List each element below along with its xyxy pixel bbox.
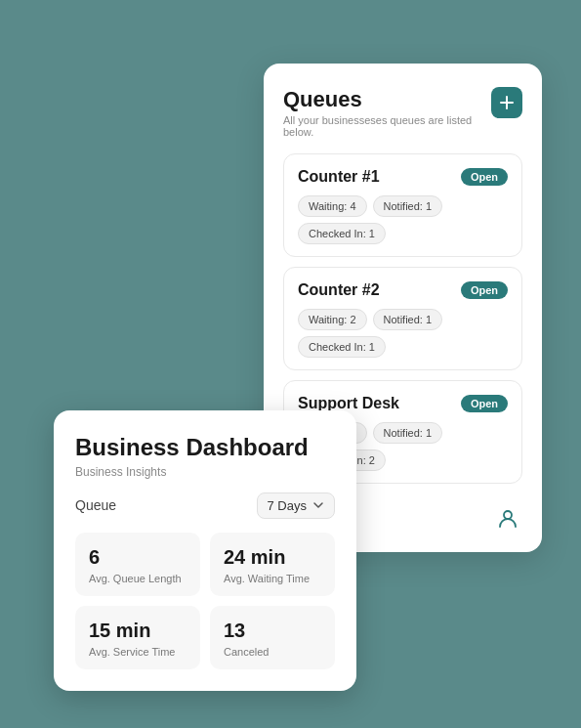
metric-tile: 6Avg. Queue Length <box>75 533 200 596</box>
user-icon[interactable] <box>493 503 522 533</box>
stat-pill: Notified: 1 <box>373 309 443 330</box>
metric-label: Canceled <box>224 646 321 658</box>
queue-label: Queue <box>75 497 116 513</box>
open-badge: Open <box>461 395 508 412</box>
queue-item-header: Counter #2Open <box>298 281 508 299</box>
metric-value: 13 <box>224 620 321 642</box>
queue-name: Counter #1 <box>298 168 380 186</box>
stat-pill: Checked In: 1 <box>298 223 386 244</box>
metric-tile: 15 minAvg. Service Time <box>75 606 200 669</box>
dashboard-subtitle: Business Insights <box>75 465 335 479</box>
plus-icon <box>499 95 515 110</box>
queue-stats: Waiting: 2Notified: 1Checked In: 1 <box>298 309 508 358</box>
stat-pill: Waiting: 4 <box>298 195 367 217</box>
metric-tile: 13Canceled <box>210 606 335 669</box>
filter-label: 7 Days <box>268 498 307 513</box>
stat-pill: Waiting: 2 <box>298 309 367 330</box>
metric-value: 24 min <box>224 546 321 569</box>
open-badge: Open <box>461 281 508 299</box>
metric-value: 6 <box>89 546 187 569</box>
metric-tile: 24 minAvg. Waiting Time <box>210 533 335 596</box>
metrics-grid: 6Avg. Queue Length24 minAvg. Waiting Tim… <box>75 533 335 669</box>
filter-select[interactable]: 7 Days <box>257 492 335 519</box>
metric-label: Avg. Waiting Time <box>224 573 321 584</box>
chevron-down-icon <box>312 499 324 511</box>
stat-pill: Notified: 1 <box>373 422 443 444</box>
open-badge: Open <box>461 168 508 186</box>
dashboard-title: Business Dashboard <box>75 434 335 462</box>
queue-item-header: Counter #1Open <box>298 168 508 186</box>
queues-title-section: Queues All your businesseses queues are … <box>283 87 491 138</box>
metric-value: 15 min <box>89 620 187 642</box>
queues-header: Queues All your businesseses queues are … <box>283 87 522 138</box>
stat-pill: Checked In: 1 <box>298 336 386 358</box>
queue-name: Counter #2 <box>298 281 380 299</box>
queue-filter-row: Queue 7 Days <box>75 492 335 519</box>
queue-stats: Waiting: 4Notified: 1Checked In: 1 <box>298 195 508 244</box>
queues-title: Queues <box>283 87 491 112</box>
svg-point-2 <box>504 511 512 519</box>
metric-label: Avg. Queue Length <box>89 573 187 584</box>
queue-item[interactable]: Counter #1OpenWaiting: 4Notified: 1Check… <box>283 153 522 257</box>
metric-label: Avg. Service Time <box>89 646 187 658</box>
queue-item[interactable]: Counter #2OpenWaiting: 2Notified: 1Check… <box>283 267 522 370</box>
queues-subtitle: All your businesseses queues are listed … <box>283 114 491 138</box>
dashboard-card: Business Dashboard Business Insights Que… <box>54 410 356 691</box>
stat-pill: Notified: 1 <box>373 195 443 217</box>
add-queue-button[interactable] <box>491 87 522 118</box>
